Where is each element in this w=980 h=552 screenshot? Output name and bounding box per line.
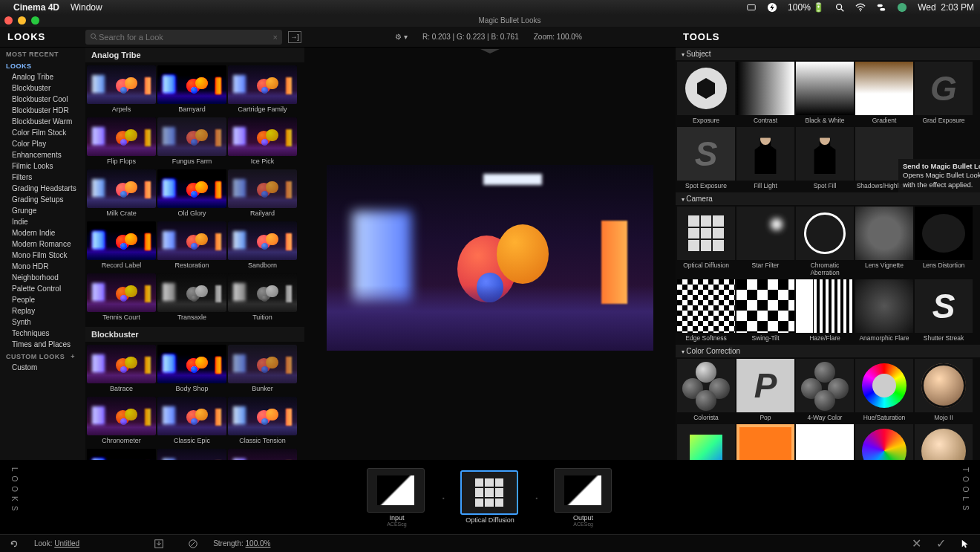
look-preset[interactable]: Railyard (228, 169, 297, 220)
sidebar-item[interactable]: Color Film Stock (0, 127, 85, 138)
sidebar-item[interactable]: People (0, 294, 85, 305)
menubar-icon[interactable] (746, 2, 757, 13)
tool-item[interactable] (796, 424, 854, 460)
tool-group-camera[interactable]: Camera (676, 192, 980, 205)
look-preset[interactable]: Cartridge Family (228, 65, 297, 116)
sidebar-item[interactable]: Grunge (0, 205, 85, 216)
cancel-button[interactable]: ✕ (912, 536, 921, 551)
clock[interactable]: Wed 2:03 PM (918, 2, 974, 13)
strength-readout[interactable]: Strength: 100.0% (213, 539, 270, 548)
looks-category-sidebar[interactable]: MOST RECENT LOOKS Analog Tribe Blockbust… (0, 48, 85, 460)
tool-group-color[interactable]: Color Correction (676, 345, 980, 357)
look-preset[interactable]: Body Shop (157, 345, 226, 395)
look-preset[interactable]: Transaxle (157, 273, 226, 324)
look-preset[interactable]: Restoration (157, 221, 226, 272)
looks-group-header[interactable]: Analog Tribe (85, 48, 304, 62)
tool-fill-light[interactable]: Fill Light (736, 127, 794, 191)
look-preset[interactable]: Classic Epic (157, 397, 226, 447)
looks-grid[interactable]: Analog Tribe Arpels Barnyard Cartridge F… (85, 48, 304, 460)
tool-item[interactable] (915, 424, 973, 460)
sidebar-item[interactable]: Blockbuster HDR (0, 105, 85, 116)
tool-spot-fill[interactable]: Spot Fill (796, 127, 854, 191)
sidebar-item[interactable]: Grading Setups (0, 194, 85, 205)
look-preset[interactable]: Chronometer (87, 397, 156, 447)
look-preset[interactable]: Batrace (87, 345, 156, 395)
chain-tools-label[interactable]: TOOLS (961, 467, 970, 515)
tool-haze-flare[interactable]: Haze/Flare (796, 279, 854, 343)
import-look-icon[interactable]: →] (288, 31, 301, 43)
apply-button[interactable]: ✓ (936, 536, 946, 551)
look-preset[interactable]: Flip Flops (87, 117, 156, 168)
tool-bw[interactable]: Black & White (796, 62, 854, 126)
look-preset[interactable]: Arpels (87, 65, 156, 116)
search-icon[interactable] (834, 2, 845, 13)
look-preset[interactable] (87, 449, 156, 460)
chevron-down-icon[interactable] (479, 48, 501, 55)
tool-item[interactable] (677, 424, 735, 460)
tool-gradient[interactable]: Gradient (855, 62, 913, 126)
look-preset[interactable]: Fungus Farm (157, 117, 226, 168)
wifi-icon[interactable] (855, 2, 866, 13)
sidebar-item[interactable]: Palette Control (0, 283, 85, 294)
sidebar-item[interactable]: Grading Headstarts (0, 183, 85, 194)
disable-icon[interactable] (188, 539, 198, 549)
sidebar-item[interactable]: Enhancements (0, 149, 85, 160)
sidebar-item[interactable]: Mono HDR (0, 261, 85, 272)
preview-viewer[interactable]: Send to Magic Bullet Looks... Opens Magi… (304, 48, 676, 460)
tool-swing-tilt[interactable]: Swing-Tilt (736, 279, 794, 343)
tool-group-subject[interactable]: Subject (676, 48, 980, 60)
tool-edge-softness[interactable]: Edge Softness (677, 279, 735, 343)
add-custom-icon[interactable]: + (71, 353, 75, 360)
look-preset[interactable]: Classic Tension (228, 397, 297, 447)
tool-star-filter[interactable]: Star Filter (736, 207, 794, 278)
sidebar-item[interactable]: Blockbuster Cool (0, 94, 85, 105)
user-icon[interactable] (897, 2, 907, 13)
tool-item[interactable] (855, 424, 913, 460)
sidebar-item-custom[interactable]: Custom (0, 362, 85, 373)
sidebar-item[interactable]: Blockbuster (0, 82, 85, 94)
tool-pop[interactable]: PPop (736, 359, 794, 423)
effects-chain[interactable]: LOOKS Input ACEScg · Optical Diffusion ·… (0, 460, 980, 534)
tool-spot-exposure[interactable]: SSpot Exposure (677, 127, 735, 191)
tool-4way-color[interactable]: 4-Way Color (796, 359, 854, 423)
sidebar-item[interactable]: Modern Indie (0, 227, 85, 238)
close-icon[interactable] (4, 16, 13, 25)
tool-item[interactable] (736, 424, 794, 460)
save-icon[interactable] (154, 539, 164, 549)
look-preset[interactable]: Record Label (87, 221, 156, 272)
tool-grad-exposure[interactable]: GGrad Exposure (915, 62, 973, 126)
sidebar-item[interactable]: Neighborhood (0, 272, 85, 283)
tool-chromatic-aberration[interactable]: Chromatic Aberration (796, 207, 854, 278)
look-preset[interactable]: Milk Crate (87, 169, 156, 220)
sidebar-item[interactable]: Synth (0, 316, 85, 328)
tool-contrast[interactable]: Contrast (736, 62, 794, 126)
look-name[interactable]: Look: Untitled (34, 539, 79, 548)
tools-panel[interactable]: Subject Exposure Contrast Black & White … (676, 48, 980, 460)
control-center-icon[interactable] (876, 2, 886, 13)
looks-group-header[interactable]: Blockbuster (85, 327, 304, 342)
clear-search-icon[interactable]: × (273, 33, 278, 42)
sidebar-item[interactable]: Filmic Looks (0, 160, 85, 172)
bolt-icon[interactable] (767, 2, 777, 13)
look-preset[interactable]: Barnyard (157, 65, 226, 116)
look-preset[interactable] (228, 449, 297, 460)
gear-icon[interactable]: ⚙ ▾ (395, 33, 408, 41)
sidebar-item[interactable]: Indie (0, 216, 85, 227)
look-preset[interactable]: Tennis Court (87, 273, 156, 324)
window-titlebar[interactable]: Magic Bullet Looks (0, 15, 980, 27)
look-preset[interactable] (157, 449, 226, 460)
search-box[interactable]: × (85, 30, 282, 45)
sidebar-item[interactable]: Filters (0, 172, 85, 183)
sidebar-item[interactable]: Blockbuster Warm (0, 116, 85, 127)
sidebar-item[interactable]: Times and Places (0, 339, 85, 350)
sidebar-section-looks[interactable]: LOOKS (0, 59, 85, 71)
look-preset[interactable]: Tuition (228, 273, 297, 324)
tool-colorista[interactable]: Colorista (677, 359, 735, 423)
tool-lens-vignette[interactable]: Lens Vignette (855, 207, 913, 278)
sidebar-item[interactable]: Replay (0, 305, 85, 316)
look-preset[interactable]: Sandborn (228, 221, 297, 272)
chain-node-input[interactable]: Input ACEScg (367, 468, 426, 527)
look-preset[interactable]: Ice Pick (228, 117, 297, 168)
menu-app[interactable]: Cinema 4D (13, 2, 59, 13)
look-preset[interactable]: Bunker (228, 345, 297, 395)
